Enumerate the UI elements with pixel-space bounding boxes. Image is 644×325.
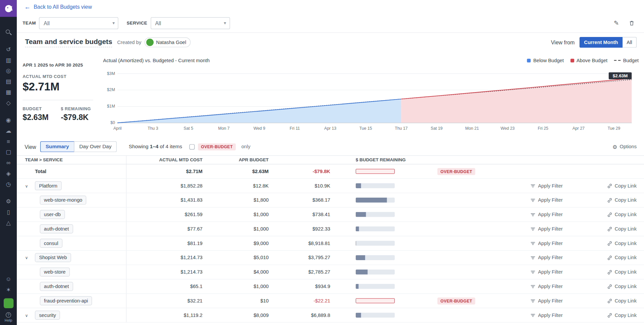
labs-icon[interactable]: △ [0, 217, 17, 228]
apply-filter-button[interactable]: Apply Filter [517, 183, 562, 189]
table-row[interactable]: ∨ Shopist Web $1,214.73 $5,010 $3,795.27… [17, 251, 644, 265]
delete-icon[interactable] [629, 20, 635, 26]
apply-filter-button[interactable]: Apply Filter [517, 226, 562, 232]
options-button[interactable]: ⚙ Options [612, 144, 637, 150]
row-label[interactable]: consul [40, 239, 62, 248]
copy-link-label: Copy Link [615, 284, 637, 289]
table-row[interactable]: ∨ user-db $261.59 $1,000 $738.41 Apply F… [17, 207, 644, 222]
search-icon[interactable] [0, 27, 17, 37]
chevron-down-icon[interactable]: ∨ [25, 313, 35, 317]
recents-icon[interactable]: ↺ [0, 44, 17, 55]
table-row[interactable]: ∨ Platform $1,852.28 $12.8K $10.9K Apply… [17, 179, 644, 193]
legend-item[interactable]: Budget [614, 57, 639, 63]
apply-filter-button[interactable]: Apply Filter [517, 212, 562, 217]
table-row[interactable]: ∨ web-store $1,214.73 $4,000 $2,785.27 A… [17, 265, 644, 280]
view-all-button[interactable]: All [622, 37, 637, 48]
apply-filter-button[interactable]: Apply Filter [517, 240, 562, 246]
copy-link-button[interactable]: Copy Link [592, 269, 637, 275]
containers-icon[interactable]: ▦ [0, 87, 17, 97]
row-label[interactable]: Shopist Web [35, 253, 71, 262]
monitors-icon[interactable]: ⚙ [0, 196, 17, 207]
copy-link-button[interactable]: Copy Link [592, 183, 637, 189]
view-current-month-button[interactable]: Current Month [579, 37, 622, 48]
row-label[interactable]: auth-dotnet [40, 225, 73, 234]
range-toggle: Current Month All [579, 37, 637, 48]
chevron-down-icon[interactable]: ∨ [25, 255, 35, 260]
legend-swatch-blue [527, 58, 531, 62]
edit-icon[interactable]: ✎ [614, 19, 619, 27]
cell-actual-mtd-cost: $1,214.73 [127, 269, 203, 275]
row-name-cell: ∨ fraud-prevention-api [17, 294, 126, 308]
table-row[interactable]: ∨ auth-dotnet $65.1 $1,000 $934.9 Apply … [17, 279, 644, 294]
datadog-logo[interactable] [0, 0, 17, 17]
copy-link-button[interactable]: Copy Link [592, 240, 637, 246]
tab-summary[interactable]: Summary [40, 141, 74, 152]
table-row[interactable]: ∨ security $1,119.2 $8,009 $6,889.8 Appl… [17, 308, 644, 323]
apply-filter-button[interactable]: Apply Filter [517, 284, 562, 289]
serverless-icon[interactable]: ☁ [0, 125, 17, 136]
apm-icon[interactable]: ◉ [0, 115, 17, 125]
cell-budget-remaining: $934.9 [269, 284, 330, 289]
row-label[interactable]: web-store-mongo [40, 196, 87, 205]
apply-filter-label: Apply Filter [538, 226, 563, 232]
chevron-down-icon[interactable]: ∨ [25, 184, 35, 188]
legend-item[interactable]: Below Budget [527, 57, 564, 63]
help-button[interactable]: ? Help [5, 312, 12, 323]
org-avatar[interactable] [3, 298, 13, 308]
table-row[interactable]: ∨ auth-dotnet $77.67 $1,000 $922.33 Appl… [17, 222, 644, 236]
page-title[interactable]: Team and service budgets [25, 38, 113, 47]
row-name-cell: ∨ Shopist Web [17, 251, 126, 265]
service-filter-select[interactable]: All ▾ [151, 17, 230, 29]
table-controls: View Summary Day Over Day Showing 1–4 of… [17, 140, 644, 153]
row-label[interactable]: web-store [40, 268, 70, 277]
legend-item[interactable]: Above Budget [570, 57, 608, 63]
page-header: Team and service budgets Created by Nata… [17, 33, 644, 52]
copilot-icon[interactable]: ✶ [0, 284, 17, 295]
infrastructure-icon[interactable]: ▤ [0, 76, 17, 87]
cell-apr-budget: $1,000 [203, 212, 269, 217]
copy-link-button[interactable]: Copy Link [592, 284, 637, 289]
ci-icon[interactable]: ◷ [0, 179, 17, 190]
apply-filter-label: Apply Filter [538, 298, 563, 303]
apply-filter-button[interactable]: Apply Filter [517, 269, 562, 275]
network-icon[interactable]: ◇ [0, 97, 17, 108]
synthetics-icon[interactable]: ∞ [0, 157, 17, 168]
copy-link-button[interactable]: Copy Link [592, 212, 637, 217]
row-label[interactable]: Platform [35, 181, 61, 190]
support-icon[interactable]: ☺ [0, 274, 17, 284]
cell-apr-budget: $9,000 [203, 240, 269, 246]
metrics-icon[interactable]: ▥ [0, 55, 17, 66]
table-row[interactable]: ∨ web-store-mongo $1,431.83 $1,800 $368.… [17, 193, 644, 208]
security-icon[interactable]: ◈ [0, 168, 17, 179]
apply-filter-label: Apply Filter [538, 183, 563, 189]
table-row[interactable]: ∨ consul $81.19 $9,000 $8,918.81 Apply F… [17, 236, 644, 251]
apply-filter-button[interactable]: Apply Filter [517, 197, 562, 203]
apply-filter-button[interactable]: Apply Filter [517, 255, 562, 260]
row-label[interactable]: user-db [40, 210, 65, 219]
back-link[interactable]: ← Back to All Budgets view [24, 3, 92, 10]
rum-icon[interactable]: ▢ [0, 147, 17, 157]
datadog-logo-glyph [3, 3, 14, 14]
over-budget-checkbox[interactable] [189, 144, 195, 150]
svg-text:Thu 3: Thu 3 [148, 126, 158, 131]
row-label[interactable]: fraud-prevention-api [40, 296, 92, 305]
table-row[interactable]: ∨ fraud-prevention-api $32.21 $10 -$22.2… [17, 294, 644, 308]
logs-icon[interactable]: ≡ [0, 136, 17, 147]
copy-link-button[interactable]: Copy Link [592, 197, 637, 203]
row-label[interactable]: Total [35, 168, 46, 174]
filter-icon [530, 269, 535, 275]
apply-filter-button[interactable]: Apply Filter [517, 312, 562, 318]
mobile-icon[interactable]: ▯ [0, 207, 17, 217]
copy-link-button[interactable]: Copy Link [592, 226, 637, 232]
apply-filter-button[interactable]: Apply Filter [517, 298, 562, 303]
team-filter-select[interactable]: All ▾ [39, 17, 119, 29]
copy-link-button[interactable]: Copy Link [592, 312, 637, 318]
svg-text:$3M: $3M [107, 71, 115, 76]
tab-day-over-day[interactable]: Day Over Day [74, 141, 117, 152]
row-label[interactable]: security [35, 311, 60, 320]
row-label[interactable]: auth-dotnet [40, 282, 73, 291]
copy-link-button[interactable]: Copy Link [592, 298, 637, 303]
table-row[interactable]: ∨ Total $2.71M $2.63M -$79.8K OVER-BUDGE… [17, 164, 644, 179]
copy-link-button[interactable]: Copy Link [592, 255, 637, 260]
watchdog-icon[interactable]: ◎ [0, 65, 17, 76]
